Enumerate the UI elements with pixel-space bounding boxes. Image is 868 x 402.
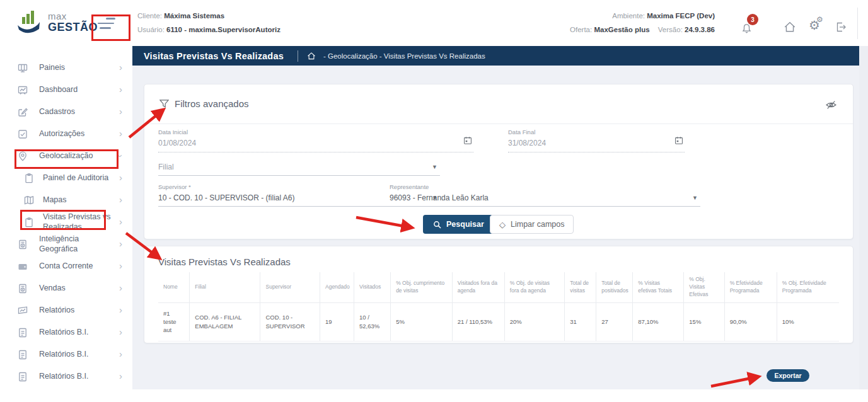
sidebar-item-label: Paineis [39,63,119,73]
column-header: % Obj. Visitas Efetivas [684,272,724,302]
sidebar-item-paineis[interactable]: Paineis› [0,57,132,79]
breadcrumb-home-icon[interactable] [307,52,316,60]
table-cell: COD. 10 - SUPERVISOR [260,302,320,341]
data-inicial-field[interactable]: Data Inicial 01/08/2024 [158,129,473,152]
results-title: Visitas Previstas Vs Realizadas [158,256,853,267]
wallet-icon [18,261,28,272]
calendar-icon[interactable] [674,136,683,145]
representante-value: 96093 - Fernanda Leão Karla [390,193,700,202]
app-logo: max GESTÃO [16,8,98,36]
table-cell: 20% [504,302,565,341]
breadcrumb: - Geolocalização - Visitas Previstas Vs … [323,52,485,60]
sidebar-item-autorizacoes[interactable]: Autorizações› [0,123,132,145]
chevron-down-icon: ▼ [692,195,698,201]
table-cell: 15% [684,302,724,341]
sidebar-item-cadastros[interactable]: Cadastros› [0,101,132,123]
logo-text-gestao: GESTÃO [48,21,98,33]
sidebar-item-visitas-previstas-vs-realizadas[interactable]: Visitas Previstas vs Realizadas› [0,211,132,233]
data-final-field[interactable]: Data Final 31/08/2024 [508,129,685,152]
logout-button[interactable] [835,21,847,35]
sidebar-item-inteligencia-geografica[interactable]: Inteligência Geográfica› [0,233,132,255]
column-header: % Efetividade Programada [724,272,777,302]
sidebar-item-relatorios[interactable]: Relatórios› [0,299,132,321]
doc-icon [18,328,28,338]
menu-toggle-button[interactable] [98,18,118,29]
versao-label: Versão: [658,26,683,33]
sidebar-item-vendas[interactable]: Vendas› [0,277,132,299]
filial-select[interactable]: Filial ▼ [158,163,440,176]
sidebar-item-relatorios-bi-2[interactable]: Relatórios B.I.› [0,343,132,365]
representante-label: Representante [390,183,700,190]
logo-chart-hand-icon [16,8,44,36]
pesquisar-button[interactable]: Pesquisar [423,215,494,234]
sidebar-item-label: Inteligência Geográfica [39,234,119,254]
table-cell: #1 teste aut [158,302,190,341]
sidebar-item-geolocalizacao[interactable]: Geolocalização› [0,145,132,167]
chevron-right-icon: › [119,283,122,292]
check-icon [18,129,28,139]
column-header: Nome [158,272,190,302]
chevron-right-icon: › [119,305,122,314]
sidebar-item-relatorios-bi-3[interactable]: Relatórios B.I.› [0,365,132,388]
pesquisar-label: Pesquisar [446,220,484,229]
column-header: Visitados [354,272,390,302]
chevron-right-icon: › [119,62,122,72]
limpar-label: Limpar campos [511,220,564,229]
chevron-right-icon: › [119,261,122,270]
filter-funnel-icon [159,99,169,108]
logout-icon [835,21,847,33]
chevron-right-icon: › [119,129,122,138]
sidebar-item-label: Autorizações [39,129,119,139]
column-header: % Obj. Efetividade Programada [777,272,839,302]
docmoney-icon [18,239,28,250]
sidebar-item-mapas[interactable]: Mapas› [0,189,132,211]
filters-title: Filtros avançados [175,98,249,109]
sidebar-item-label: Painel de Auditoria [43,173,119,183]
doc-icon [18,350,28,360]
home-button[interactable] [784,21,796,36]
chevron-right-icon: › [119,371,122,381]
exportar-button[interactable]: Exportar [767,369,809,382]
column-header: % Visitas efetivas Totais [633,272,684,302]
table-cell: COD. A6 - FILIAL EMBALAGEM [190,302,260,341]
sidebar-item-label: Relatórios [39,306,119,316]
ambiente-value: Maxima FECP (Dev) [647,12,715,20]
top-header: max GESTÃO Cliente: Máxima Sistemas Usuá… [0,0,868,46]
user-value: 6110 - maxima.SupervisorAutoriz [166,26,281,33]
sidebar-item-label: Conta Corrente [39,261,119,272]
user-label: Usuário: [137,26,165,33]
filial-label: Filial [158,163,440,171]
chevron-right-icon: › [119,327,122,336]
sidebar-item-label: Relatórios B.I. [39,372,119,382]
sidebar-item-dashboard[interactable]: Dashboard› [0,79,132,101]
filters-header: Filtros avançados [144,84,853,124]
main-content: Filtros avançados Data Inicial 01/08/202… [132,66,859,389]
chevron-right-icon: › [119,217,122,226]
chevron-right-icon: › [119,239,122,248]
docmoney-icon [18,284,28,294]
gear-small-icon: ⚙ [816,15,823,24]
representante-select[interactable]: Representante 96093 - Fernanda Leão Karl… [390,183,700,207]
notifications-button[interactable]: 3 [741,14,763,34]
eye-off-icon[interactable] [826,100,836,110]
sidebar-item-relatorios-bi-1[interactable]: Relatórios B.I.› [0,321,132,343]
scrollbar-track[interactable] [859,46,868,389]
sidebar-item-conta-corrente[interactable]: Conta Corrente› [0,255,132,277]
data-inicial-value: 01/08/2024 [158,139,473,147]
table-cell: 31 [565,302,596,341]
limpar-campos-button[interactable]: ◇ Limpar campos [490,215,574,234]
table-cell: 10% [777,302,839,341]
column-header: Total de visitas [565,272,596,302]
clip-icon [24,217,34,227]
data-final-value: 31/08/2024 [508,139,685,147]
table-cell: 90,0% [724,302,777,341]
sidebar-item-painel-de-auditoria[interactable]: Painel de Auditoria› [0,167,132,189]
titlebar-divider [298,50,298,62]
client-value: Máxima Sistemas [164,12,224,20]
filters-card: Filtros avançados Data Inicial 01/08/202… [144,84,854,239]
settings-button[interactable]: ⚙⚙ [809,18,820,33]
report-icon [18,306,28,316]
calendar-icon[interactable] [463,136,472,145]
data-final-label: Data Final [508,129,685,135]
chevron-right-icon: › [119,349,122,359]
